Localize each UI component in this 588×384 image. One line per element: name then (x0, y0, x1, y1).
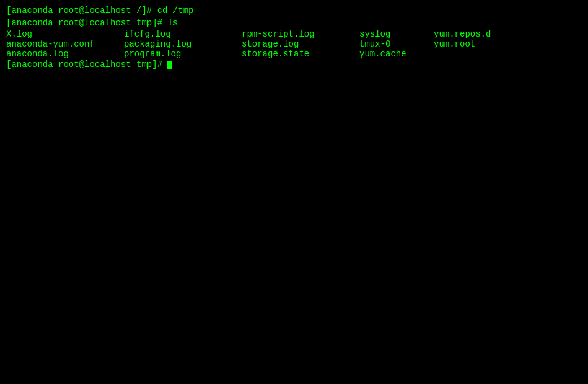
ls-item: packaging.log (124, 39, 242, 49)
ls-item: yum.repos.d (434, 29, 514, 39)
ls-item: tmux-0 (359, 39, 434, 49)
ls-item: storage.state (242, 49, 359, 59)
prompt-line: [anaconda root@localhost tmp]# (6, 59, 582, 71)
ls-item: yum.root (434, 39, 514, 49)
ls-item: ifcfg.log (124, 29, 242, 39)
ls-output: X.log ifcfg.log rpm-script.log syslog yu… (6, 29, 582, 59)
ls-item: rpm-script.log (242, 29, 359, 39)
ls-item: syslog (359, 29, 434, 39)
ls-item: program.log (124, 49, 242, 59)
ls-item: anaconda-yum.conf (6, 39, 124, 49)
cursor (167, 61, 172, 69)
terminal-window[interactable]: [anaconda root@localhost /]# cd /tmp [an… (0, 0, 588, 384)
ls-item: yum.cache (359, 49, 434, 59)
command-line-1: [anaconda root@localhost /]# cd /tmp (6, 5, 582, 17)
ls-item (434, 49, 514, 59)
ls-item: storage.log (242, 39, 359, 49)
command-line-2: [anaconda root@localhost tmp]# ls (6, 17, 582, 30)
ls-item: anaconda.log (6, 49, 124, 59)
ls-item: X.log (6, 29, 124, 39)
